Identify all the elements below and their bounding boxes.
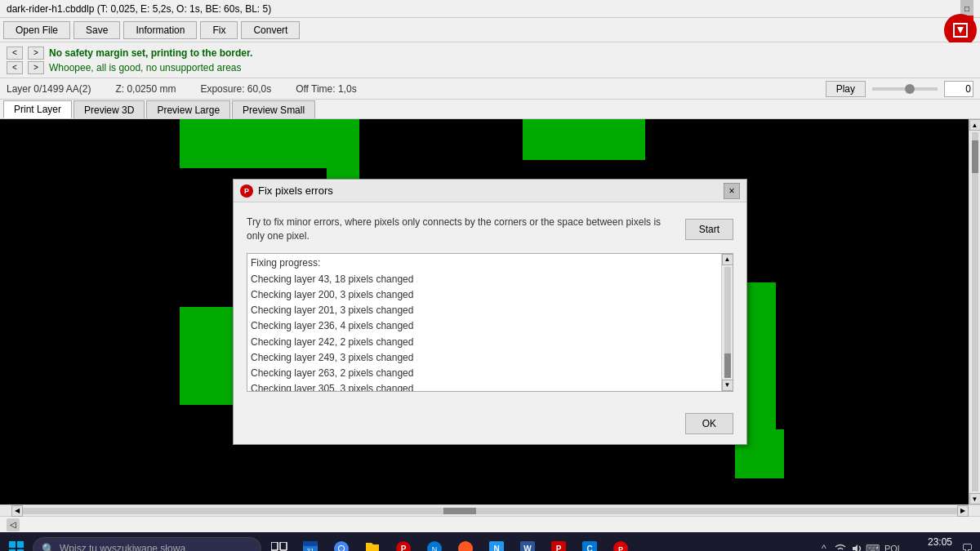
info-row-1: < > No safety margin set, printing to th… bbox=[7, 46, 973, 60]
offtime-info: Off Time: 1,0s bbox=[296, 83, 356, 95]
bottom-bar: ◁ bbox=[0, 516, 980, 532]
info-bar: < > No safety margin set, printing to th… bbox=[0, 42, 980, 78]
red-circle-app-button[interactable]: P bbox=[606, 534, 635, 551]
progress-scrollbar[interactable]: ▲ ▼ bbox=[721, 254, 733, 391]
calendar-app-button[interactable]: 31 bbox=[296, 534, 325, 551]
task-view-button[interactable] bbox=[265, 534, 294, 551]
slider-track[interactable] bbox=[872, 87, 938, 91]
nav-next-button-2[interactable]: > bbox=[28, 61, 44, 74]
slider-thumb[interactable] bbox=[905, 84, 915, 94]
volume-icon[interactable] bbox=[850, 542, 863, 551]
svg-text:P: P bbox=[618, 545, 623, 551]
title-text: dark-rider-h1.cbddlp (T: 0,025, E: 5,2s,… bbox=[7, 3, 271, 15]
tab-print-layer[interactable]: Print Layer bbox=[3, 100, 72, 118]
sys-tray: ^ ⌨ bbox=[817, 542, 880, 551]
svg-rect-9 bbox=[303, 541, 318, 546]
dialog-overlay: P Fix pixels errors × Try to fix minor e… bbox=[0, 119, 980, 504]
layer-bar: Layer 0/1499 AA(2) Z: 0,0250 mm Exposure… bbox=[0, 78, 980, 100]
ok-button[interactable]: OK bbox=[685, 413, 733, 434]
notification-button[interactable]: 🗨 bbox=[957, 539, 977, 551]
nav-next-button-1[interactable]: > bbox=[28, 47, 44, 60]
z-info: Z: 0,0250 mm bbox=[115, 83, 176, 95]
information-button[interactable]: Information bbox=[123, 21, 197, 39]
orange-app-button[interactable] bbox=[451, 534, 480, 551]
svg-text:W: W bbox=[523, 544, 532, 551]
svg-text:N: N bbox=[432, 545, 438, 551]
svg-point-13 bbox=[339, 546, 344, 551]
progress-line-5: Checking layer 249, 3 pixels changed bbox=[251, 350, 729, 366]
dialog-title-bar: P Fix pixels errors × bbox=[234, 180, 746, 202]
n-app-button[interactable]: N bbox=[482, 534, 511, 551]
menu-bar: Open File Save Information Fix Convert bbox=[0, 18, 980, 42]
chrome-button[interactable] bbox=[327, 534, 356, 551]
tabs-bar: Print Layer Preview 3D Preview Large Pre… bbox=[0, 100, 980, 119]
tab-preview-3d[interactable]: Preview 3D bbox=[74, 100, 145, 118]
blue-app-button[interactable]: N bbox=[420, 534, 449, 551]
svg-rect-1 bbox=[17, 541, 24, 548]
bottom-icon-left[interactable]: ◁ bbox=[7, 518, 20, 531]
chevron-up-icon[interactable]: ^ bbox=[817, 542, 831, 551]
layer-number-input[interactable] bbox=[944, 81, 973, 97]
start-button[interactable]: Start bbox=[685, 219, 733, 240]
play-section: Play bbox=[826, 81, 973, 97]
svg-text:C: C bbox=[586, 544, 592, 551]
svg-point-18 bbox=[458, 541, 473, 551]
red-p-app-button[interactable]: P bbox=[544, 534, 573, 551]
svg-text:P: P bbox=[401, 544, 407, 551]
nav-prev-button-1[interactable]: < bbox=[7, 47, 23, 60]
svg-text:P: P bbox=[556, 544, 562, 551]
fix-button[interactable]: Fix bbox=[200, 21, 238, 39]
info-row-2: < > Whoopee, all is good, no unsupported… bbox=[7, 60, 973, 75]
title-bar: dark-rider-h1.cbddlp (T: 0,025, E: 5,2s,… bbox=[0, 0, 980, 18]
info-text-2: Whoopee, all is good, no unsupported are… bbox=[49, 62, 242, 73]
taskbar-items: 31 P N bbox=[265, 534, 635, 551]
progress-line-1: Checking layer 200, 3 pixels changed bbox=[251, 287, 729, 303]
dialog-close-button[interactable]: × bbox=[724, 183, 740, 199]
svg-rect-5 bbox=[280, 542, 287, 550]
clock-display[interactable]: 23:05 30.09.2020 bbox=[907, 536, 952, 551]
taskbar-search-box[interactable]: 🔍 Wpisz tu wyszukiwane słowa bbox=[33, 537, 261, 551]
keyboard-icon[interactable]: ⌨ bbox=[866, 542, 880, 551]
files-button[interactable] bbox=[358, 534, 387, 551]
dialog-logo-icon: P bbox=[240, 184, 253, 198]
slider-container bbox=[872, 87, 938, 91]
layer-info: Layer 0/1499 AA(2) bbox=[7, 83, 91, 95]
save-button[interactable]: Save bbox=[74, 21, 120, 39]
scroll-thumb-horizontal[interactable] bbox=[443, 508, 476, 514]
canvas-area: ▲ ▼ P Fix pixels errors × Try to fix min… bbox=[0, 119, 980, 504]
start-menu-button[interactable] bbox=[3, 535, 29, 551]
tab-preview-large[interactable]: Preview Large bbox=[146, 100, 230, 118]
svg-text:N: N bbox=[493, 544, 499, 551]
convert-button[interactable]: Convert bbox=[241, 21, 300, 39]
word-app-button[interactable]: W bbox=[513, 534, 542, 551]
progress-line-3: Checking layer 236, 4 pixels changed bbox=[251, 318, 729, 334]
language-indicator: POL bbox=[884, 544, 902, 551]
tab-preview-small[interactable]: Preview Small bbox=[232, 100, 315, 118]
progress-area: Fixing progress: Checking layer 43, 18 p… bbox=[247, 253, 733, 392]
red-app-button[interactable]: P bbox=[389, 534, 418, 551]
progress-scroll-up[interactable]: ▲ bbox=[722, 254, 733, 265]
search-icon: 🔍 bbox=[42, 543, 55, 552]
progress-scroll-down[interactable]: ▼ bbox=[722, 380, 733, 391]
taskbar-right: ^ ⌨ POL 23:05 30.09.2020 🗨 bbox=[817, 536, 977, 551]
scroll-track-horizontal[interactable] bbox=[23, 508, 957, 514]
network-icon[interactable] bbox=[834, 542, 847, 551]
progress-line-6: Checking layer 263, 2 pixels changed bbox=[251, 366, 729, 381]
taskbar: 🔍 Wpisz tu wyszukiwane słowa 31 bbox=[0, 532, 980, 551]
scroll-right-button[interactable]: ▶ bbox=[957, 505, 969, 517]
search-placeholder: Wpisz tu wyszukiwane słowa bbox=[60, 543, 185, 551]
progress-line-2: Checking layer 201, 3 pixels changed bbox=[251, 303, 729, 318]
open-file-button[interactable]: Open File bbox=[3, 21, 70, 39]
horizontal-scrollbar[interactable]: ◀ ▶ bbox=[0, 504, 980, 516]
scroll-left-button[interactable]: ◀ bbox=[11, 505, 23, 517]
svg-text:31: 31 bbox=[307, 547, 314, 551]
progress-scroll-track[interactable] bbox=[724, 267, 731, 378]
progress-label: Fixing progress: bbox=[251, 257, 729, 269]
progress-line-7: Checking layer 305, 3 pixels changed bbox=[251, 381, 729, 392]
nav-prev-button-2[interactable]: < bbox=[7, 61, 23, 74]
blue-c-app-button[interactable]: C bbox=[575, 534, 604, 551]
progress-scroll-thumb[interactable] bbox=[724, 353, 731, 378]
play-button[interactable]: Play bbox=[826, 81, 866, 97]
exposure-info: Exposure: 60,0s bbox=[200, 83, 271, 95]
svg-rect-0 bbox=[9, 541, 16, 548]
